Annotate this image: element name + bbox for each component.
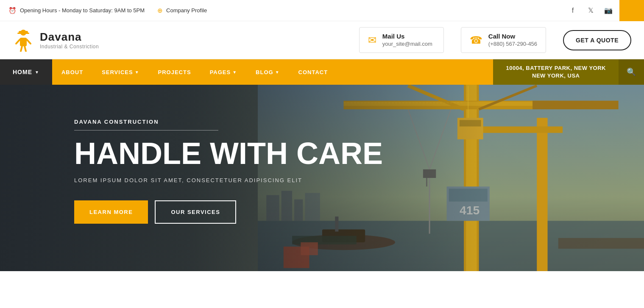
learn-more-button[interactable]: LEARN MORE	[74, 200, 148, 224]
call-contact-item: ☎ Call Now (+880) 567-290-456	[461, 27, 546, 53]
svg-rect-2	[17, 33, 29, 34]
nav-services-label: SERVICES	[102, 69, 133, 75]
call-label: Call Now	[488, 33, 537, 40]
twitter-icon[interactable]: 𝕏	[584, 4, 597, 17]
nav-pages-item[interactable]: PAGES ▼	[201, 59, 246, 85]
nav-home-item[interactable]: HOME ▼	[0, 59, 52, 85]
top-bar-left: ⏰ Opening Hours - Monday to Saturday: 9A…	[8, 7, 207, 14]
hero-buttons: LEARN MORE OUR SERVICES	[74, 200, 383, 224]
svg-rect-3	[20, 38, 27, 46]
company-profile-text: Company Profile	[166, 7, 207, 14]
call-value: (+880) 567-290-456	[488, 41, 537, 47]
nav-address-line2: NEW YORK, USA	[506, 72, 606, 80]
company-profile-icon: ⊕	[157, 7, 163, 14]
hero-content: DAVANA CONSTRUCTION HANDLE WITH CARE LOR…	[74, 119, 383, 224]
mail-text: Mail Us your_site@mail.com	[382, 33, 432, 47]
company-profile-item[interactable]: ⊕ Company Profile	[157, 7, 207, 14]
svg-line-5	[27, 39, 31, 44]
header: Davana Industrial & Constriction ✉ Mail …	[0, 21, 644, 59]
header-contact: ✉ Mail Us your_site@mail.com ☎ Call Now …	[359, 27, 631, 53]
nav-services-item[interactable]: SERVICES ▼	[92, 59, 148, 85]
search-icon: 🔍	[627, 67, 636, 77]
logo-icon	[13, 28, 34, 52]
logo-tagline: Industrial & Constriction	[40, 44, 99, 50]
yellow-accent-block	[619, 0, 644, 21]
nav-address-line1: 10004, BATTERY PARK, NEW YORK	[506, 64, 606, 72]
top-bar-right: f 𝕏 📷	[566, 0, 636, 21]
hero-title: HANDLE WITH CARE	[74, 138, 383, 169]
phone-icon: ☎	[470, 34, 482, 46]
top-bar: ⏰ Opening Hours - Monday to Saturday: 9A…	[0, 0, 644, 21]
nav-search-button[interactable]: 🔍	[619, 59, 644, 85]
get-quote-button[interactable]: GET A QUOTE	[563, 30, 631, 50]
svg-line-4	[16, 39, 20, 44]
nav-contact-item[interactable]: CONTACT	[289, 59, 337, 85]
instagram-icon[interactable]: 📷	[602, 4, 615, 17]
hero-subtitle: DAVANA CONSTRUCTION	[74, 119, 383, 125]
nav-address: 10004, BATTERY PARK, NEW YORK NEW YORK, …	[493, 59, 619, 85]
logo-text: Davana Industrial & Constriction	[40, 31, 99, 50]
hero-section: 415 DAVANA CONSTRUCTION HANDLE WITH CARE…	[0, 85, 644, 271]
nav-blog-arrow: ▼	[275, 70, 280, 75]
nav-projects-label: PROJECTS	[158, 69, 191, 75]
clock-icon: ⏰	[8, 7, 17, 14]
nav-items: ABOUT SERVICES ▼ PROJECTS PAGES ▼ BLOG ▼…	[52, 59, 493, 85]
mail-icon: ✉	[368, 34, 376, 46]
nav-blog-item[interactable]: BLOG ▼	[246, 59, 289, 85]
nav-pages-arrow: ▼	[232, 70, 237, 75]
svg-line-7	[25, 46, 26, 51]
mail-label: Mail Us	[382, 33, 432, 40]
nav-home-label: HOME	[13, 69, 32, 75]
nav-about-label: ABOUT	[61, 69, 83, 75]
nav-contact-label: CONTACT	[298, 69, 328, 75]
our-services-button[interactable]: OUR SERVICES	[155, 200, 236, 224]
nav-blog-label: BLOG	[256, 69, 273, 75]
nav-projects-item[interactable]: PROJECTS	[149, 59, 201, 85]
nav-about-item[interactable]: ABOUT	[52, 59, 92, 85]
nav-services-arrow: ▼	[135, 70, 139, 75]
logo-area: Davana Industrial & Constriction	[13, 28, 99, 52]
nav-bar: HOME ▼ ABOUT SERVICES ▼ PROJECTS PAGES ▼…	[0, 59, 644, 85]
opening-hours-item: ⏰ Opening Hours - Monday to Saturday: 9A…	[8, 7, 145, 14]
logo-name: Davana	[40, 31, 99, 44]
mail-value: your_site@mail.com	[382, 41, 432, 47]
opening-hours-text: Opening Hours - Monday to Saturday: 9AM …	[20, 7, 145, 14]
mail-contact-item: ✉ Mail Us your_site@mail.com	[359, 27, 444, 53]
hero-description: LOREM IPSUM DOLOR SIT AMET, CONSECTETUER…	[74, 177, 383, 183]
nav-pages-label: PAGES	[210, 69, 231, 75]
facebook-icon[interactable]: f	[566, 4, 580, 17]
hero-divider	[74, 130, 218, 130]
svg-line-6	[21, 46, 22, 51]
nav-home-arrow: ▼	[35, 70, 39, 75]
call-text: Call Now (+880) 567-290-456	[488, 33, 537, 47]
